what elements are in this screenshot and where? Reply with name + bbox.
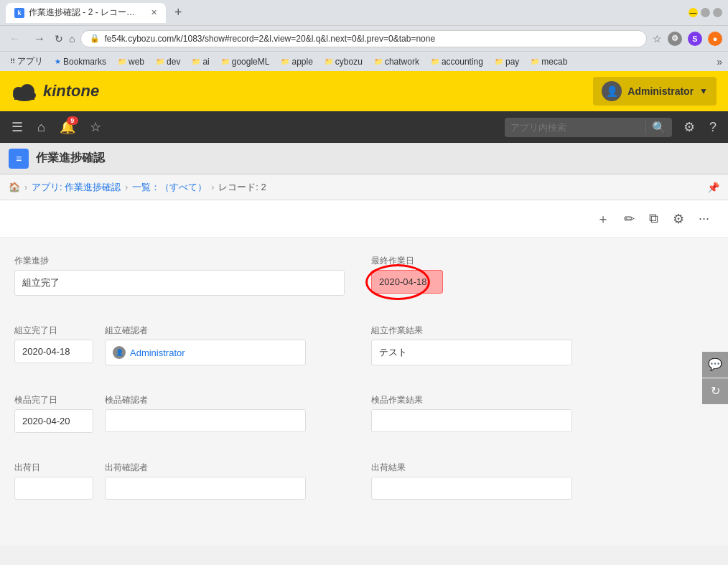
more-bookmarks-button[interactable]: » <box>717 56 722 67</box>
kumidate-kanryo-value: 2020-04-18 <box>14 340 93 363</box>
bookmark-accounting[interactable]: 📁 accounting <box>426 55 487 68</box>
breadcrumb-sep-1: › <box>24 182 27 192</box>
saigo-value: 2020-04-18 <box>371 270 443 294</box>
reload-button[interactable]: ↻ <box>55 33 63 45</box>
extension-s-icon[interactable]: S <box>688 32 702 46</box>
row-3: 検品完了日 2020-04-20 検品確認者 検品作業結果 <box>14 394 714 447</box>
bookmark-star-button[interactable]: ☆ <box>653 33 662 45</box>
kumidate-kakunin-col: 組立確認者 👤 Administrator <box>105 324 357 365</box>
kumidate-kakunin-label: 組立確認者 <box>105 324 357 337</box>
user-avatar-icon: 👤 <box>602 81 622 101</box>
bookmark-apps[interactable]: ⠿ アプリ <box>6 54 47 69</box>
breadcrumb-list-link[interactable]: 一覧：（すべて） <box>132 181 207 194</box>
logo-cloud-icon <box>11 81 37 101</box>
date-highlight-wrapper: 2020-04-18 <box>371 270 443 294</box>
tab-close-button[interactable]: ✕ <box>151 8 157 17</box>
bookmark-web[interactable]: 📁 web <box>113 55 149 68</box>
breadcrumb-app-link[interactable]: アプリ: 作業進捗確認 <box>32 181 121 194</box>
bookmark-dev-label: dev <box>167 57 180 67</box>
kenpin-kekka-label: 検品作業結果 <box>371 394 714 406</box>
user-area[interactable]: 👤 Administrator ▼ <box>593 77 717 106</box>
pin-icon[interactable]: 📌 <box>707 182 719 193</box>
home-button[interactable]: ⌂ <box>69 33 75 45</box>
shukko-kakunin-col: 出荷確認者 <box>105 462 357 500</box>
app-list-icon: ≡ <box>9 149 29 169</box>
folder-icon: 📁 <box>431 57 439 65</box>
bookmark-web-label: web <box>129 57 144 67</box>
maximize-button[interactable] <box>701 8 710 17</box>
help-button[interactable]: ? <box>706 117 719 138</box>
bookmark-ai[interactable]: 📁 ai <box>187 55 213 68</box>
minimize-button[interactable]: — <box>689 8 698 17</box>
shukko-row: 出荷日 出荷確認者 <box>14 462 357 500</box>
breadcrumb-sep-3: › <box>211 182 214 192</box>
bookmark-bookmarks-label: Bookmarks <box>63 57 106 67</box>
shukko-kakunin-label: 出荷確認者 <box>105 462 357 474</box>
forward-button[interactable]: → <box>30 31 49 47</box>
address-input[interactable]: 🔒 fe54k.cybozu.com/k/1083/show#record=2&… <box>80 30 647 47</box>
folder-icon: 📁 <box>156 57 164 65</box>
home-nav-button[interactable]: ⌂ <box>34 117 48 138</box>
bookmark-apple[interactable]: 📁 apple <box>276 55 317 68</box>
shukko-kekka-field: 出荷結果 <box>371 462 714 500</box>
notification-badge: 9 <box>67 116 78 125</box>
notification-button[interactable]: 🔔 9 <box>57 116 78 138</box>
star-icon: ★ <box>55 57 61 65</box>
tab-favicon: k <box>14 8 24 18</box>
shukko-section: 出荷日 出荷確認者 <box>14 462 357 514</box>
kintone-header: kintone 👤 Administrator ▼ <box>0 71 728 111</box>
kenpin-row: 検品完了日 2020-04-20 検品確認者 <box>14 394 357 433</box>
kumidate-kekka-label: 組立作業結果 <box>371 324 714 337</box>
right-sidebar: 💬 ↻ <box>702 352 728 404</box>
history-button[interactable]: ↻ <box>702 378 728 404</box>
breadcrumb-home[interactable]: 🏠 <box>9 182 20 192</box>
more-actions-button[interactable]: ··· <box>694 207 714 230</box>
settings-nav-button[interactable]: ⚙ <box>681 116 698 138</box>
search-area: 🔍 <box>505 118 672 137</box>
kenpin-kekka-field: 検品作業結果 <box>371 394 714 432</box>
active-tab[interactable]: k 作業進捗確認 - 2 - レコードの詳細 ✕ <box>6 3 166 23</box>
add-record-button[interactable]: ＋ <box>592 206 614 232</box>
close-button[interactable] <box>713 8 722 17</box>
bookmark-apple-label: apple <box>291 57 312 67</box>
comment-button[interactable]: 💬 <box>702 352 728 378</box>
bookmark-cybozu[interactable]: 📁 cybozu <box>320 55 367 68</box>
bookmark-googleml[interactable]: 📁 googleML <box>217 55 274 68</box>
lock-icon: 🔒 <box>90 34 100 43</box>
bookmark-bookmarks[interactable]: ★ Bookmarks <box>50 55 111 68</box>
folder-icon: 📁 <box>325 57 333 65</box>
kumidate-row: 組立完了日 2020-04-18 組立確認者 👤 Administrator <box>14 324 357 365</box>
bookmark-dev[interactable]: 📁 dev <box>151 55 185 68</box>
kumidate-kekka-section: 組立作業結果 テスト <box>371 324 714 380</box>
back-button[interactable]: ← <box>6 31 24 47</box>
folder-icon: 📁 <box>118 57 126 65</box>
kumidate-kanryo-col: 組立完了日 2020-04-18 <box>14 324 93 363</box>
search-button[interactable]: 🔍 <box>645 121 666 134</box>
bookmark-mecab[interactable]: 📁 mecab <box>526 55 571 68</box>
search-input[interactable] <box>510 122 640 133</box>
extension-gear-icon[interactable]: ⚙ <box>668 32 682 46</box>
copy-record-button[interactable]: ⧉ <box>645 207 663 230</box>
bookmark-pay[interactable]: 📁 pay <box>490 55 523 68</box>
apps-grid-icon: ⠿ <box>10 57 15 65</box>
kumidate-kakunin-value: 👤 Administrator <box>105 340 306 365</box>
kenpin-kanryo-col: 検品完了日 2020-04-20 <box>14 394 93 433</box>
bookmark-ai-label: ai <box>202 57 209 67</box>
bookmark-googleml-label: googleML <box>232 57 270 67</box>
folder-icon: 📁 <box>221 57 230 65</box>
new-tab-button[interactable]: + <box>172 5 185 20</box>
saigo-label: 最終作業日 <box>371 255 714 267</box>
kenpin-kanryo-label: 検品完了日 <box>14 394 93 406</box>
breadcrumb-record: レコード: 2 <box>218 181 266 194</box>
svg-rect-3 <box>14 93 34 100</box>
edit-record-button[interactable]: ✏ <box>620 207 639 231</box>
hamburger-menu-button[interactable]: ☰ <box>9 116 26 138</box>
bookmark-chatwork[interactable]: 📁 chatwork <box>370 55 424 68</box>
breadcrumb-bar: 🏠 › アプリ: 作業進捗確認 › 一覧：（すべて） › レコード: 2 📌 <box>0 174 728 200</box>
favorites-button[interactable]: ☆ <box>87 116 104 138</box>
kumidate-kekka-field: 組立作業結果 テスト <box>371 324 714 365</box>
settings-record-button[interactable]: ⚙ <box>668 207 689 231</box>
kumidate-kekka-value: テスト <box>371 340 572 365</box>
form-container: 作業進捗 組立完了 最終作業日 2020-04-18 組立完了日 2020-04… <box>0 238 728 546</box>
extension-orange-icon[interactable]: ● <box>708 32 722 46</box>
